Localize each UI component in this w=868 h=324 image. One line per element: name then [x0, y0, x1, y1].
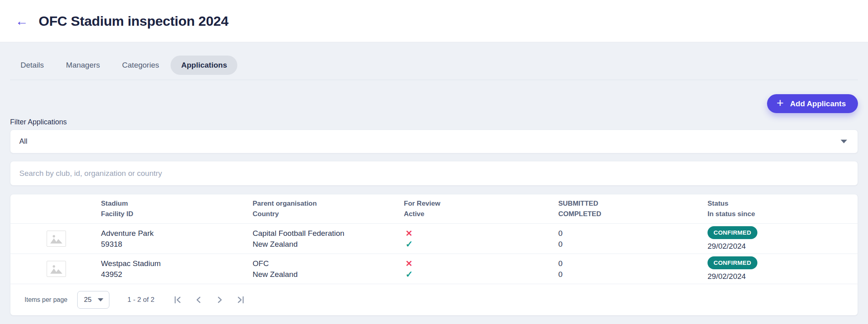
- in-status-since: 29/02/2024: [708, 241, 746, 252]
- for-review-cross-icon: ✕: [405, 258, 558, 269]
- column-header-line: Facility ID: [101, 209, 253, 219]
- last-page-icon[interactable]: [232, 292, 249, 308]
- facility-id: 43952: [101, 269, 253, 280]
- column-header-submitted: SUBMITTED COMPLETED: [558, 198, 708, 219]
- page: ← OFC Stadium inspection 2024 Details Ma…: [0, 0, 868, 324]
- pagination-controls: [170, 292, 249, 308]
- column-header-for-review: For Review Active: [404, 198, 558, 219]
- filter-applications-label: Filter Applications: [10, 118, 858, 126]
- stadium-cell: Westpac Stadium 43952: [101, 258, 253, 280]
- status-cell: CONFIRMED 29/02/2024: [708, 226, 858, 252]
- add-applicants-label: Add Applicants: [790, 99, 846, 108]
- pagination-bar: Items per page 25 1 - 2 of 2: [10, 284, 858, 315]
- column-header-status: Status In status since: [708, 198, 858, 219]
- image-placeholder-icon: [47, 261, 66, 277]
- plus-icon: +: [777, 97, 784, 109]
- items-per-page-label: Items per page: [25, 296, 68, 303]
- parent-organisation: Capital Football Federation: [253, 228, 404, 239]
- column-header-line: Stadium: [101, 198, 253, 209]
- top-bar: ← OFC Stadium inspection 2024: [0, 0, 868, 42]
- next-page-icon[interactable]: [212, 292, 228, 308]
- active-check-icon: ✓: [405, 269, 558, 280]
- stadium-name: Westpac Stadium: [101, 258, 253, 269]
- table-header-row: Stadium Facility ID Parent organisation …: [10, 194, 858, 223]
- toolbar: + Add Applicants: [10, 94, 858, 113]
- column-header-line: In status since: [708, 209, 858, 219]
- column-header-parent-organisation: Parent organisation Country: [253, 198, 404, 219]
- column-header-line: COMPLETED: [558, 209, 708, 219]
- table-row[interactable]: Adventure Park 59318 Capital Football Fe…: [10, 223, 858, 254]
- parent-organisation-cell: OFC New Zealand: [253, 258, 404, 280]
- completed-count: 0: [558, 239, 708, 250]
- first-page-icon[interactable]: [170, 292, 186, 308]
- stadium-image-cell: [10, 261, 101, 277]
- table-row[interactable]: Westpac Stadium 43952 OFC New Zealand ✕ …: [10, 254, 858, 284]
- facility-id: 59318: [101, 239, 253, 250]
- column-header-line: Parent organisation: [253, 198, 404, 209]
- stadium-image-cell: [10, 231, 101, 247]
- search-input[interactable]: [10, 161, 858, 186]
- submitted-completed-cell: 0 0: [558, 228, 708, 250]
- column-header-line: Active: [404, 209, 558, 219]
- submitted-count: 0: [558, 228, 708, 239]
- parent-organisation-cell: Capital Football Federation New Zealand: [253, 228, 404, 250]
- stadium-name: Adventure Park: [101, 228, 253, 239]
- status-cell: CONFIRMED 29/02/2024: [708, 256, 858, 282]
- review-active-cell: ✕ ✓: [404, 228, 558, 250]
- items-per-page-value: 25: [84, 296, 92, 304]
- back-arrow-icon[interactable]: ←: [12, 11, 31, 31]
- country: New Zealand: [253, 269, 404, 280]
- status-badge: CONFIRMED: [708, 256, 757, 269]
- tab-details[interactable]: Details: [10, 56, 54, 75]
- column-header-line: SUBMITTED: [558, 198, 708, 209]
- parent-organisation: OFC: [253, 258, 404, 269]
- tab-managers[interactable]: Managers: [56, 56, 111, 75]
- for-review-cross-icon: ✕: [405, 228, 558, 239]
- tab-bar: Details Managers Categories Applications: [10, 56, 858, 75]
- completed-count: 0: [558, 269, 708, 280]
- filter-selected-value: All: [19, 137, 27, 146]
- page-title: OFC Stadium inspection 2024: [39, 13, 228, 29]
- filter-select[interactable]: All: [10, 130, 858, 153]
- dropdown-caret-icon: [841, 140, 847, 143]
- pagination-range-label: 1 - 2 of 2: [128, 296, 154, 304]
- column-header-stadium: Stadium Facility ID: [101, 198, 253, 219]
- column-header-line: Status: [708, 198, 858, 209]
- submitted-completed-cell: 0 0: [558, 258, 708, 280]
- previous-page-icon[interactable]: [191, 292, 207, 308]
- in-status-since: 29/02/2024: [708, 271, 746, 282]
- items-per-page-select[interactable]: 25: [77, 291, 109, 309]
- add-applicants-button[interactable]: + Add Applicants: [767, 94, 858, 113]
- tabs-divider: [10, 80, 858, 80]
- tab-applications[interactable]: Applications: [171, 56, 237, 75]
- active-check-icon: ✓: [405, 239, 558, 250]
- applications-table: Stadium Facility ID Parent organisation …: [10, 194, 858, 316]
- image-placeholder-icon: [47, 231, 66, 247]
- column-header-line: For Review: [404, 198, 558, 209]
- status-badge: CONFIRMED: [708, 226, 757, 239]
- country: New Zealand: [253, 239, 404, 250]
- column-header-line: Country: [253, 209, 404, 219]
- review-active-cell: ✕ ✓: [404, 258, 558, 280]
- stadium-cell: Adventure Park 59318: [101, 228, 253, 250]
- tab-categories[interactable]: Categories: [112, 56, 170, 75]
- main-content: Details Managers Categories Applications…: [0, 56, 868, 316]
- dropdown-caret-icon: [98, 298, 103, 301]
- table-body: Adventure Park 59318 Capital Football Fe…: [10, 223, 858, 284]
- submitted-count: 0: [558, 258, 708, 269]
